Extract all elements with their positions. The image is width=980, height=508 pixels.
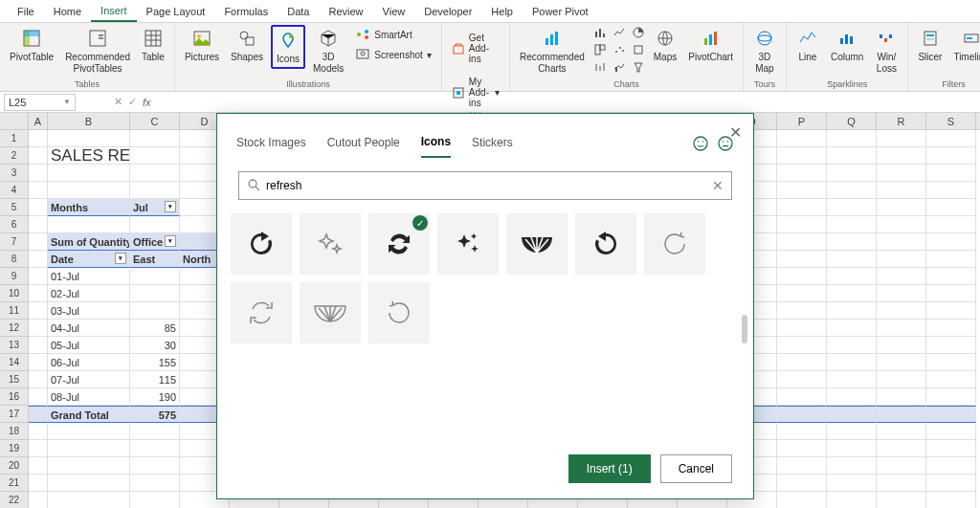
cell[interactable] (926, 268, 976, 285)
cell[interactable] (877, 165, 926, 182)
cell[interactable] (877, 130, 926, 147)
cell[interactable] (130, 165, 180, 182)
cell[interactable] (926, 320, 976, 337)
col-p[interactable]: P (777, 113, 827, 129)
developer-tab[interactable]: Developer (414, 2, 481, 21)
cell[interactable] (827, 492, 877, 508)
cell[interactable] (827, 371, 877, 388)
cell[interactable] (48, 440, 130, 457)
cell[interactable] (877, 320, 926, 337)
cell[interactable] (877, 233, 926, 251)
cell[interactable] (877, 251, 926, 268)
cell[interactable] (777, 337, 827, 354)
row-header[interactable]: 22 (0, 492, 29, 508)
cell[interactable] (827, 216, 877, 233)
tab-stock-images[interactable]: Stock Images (236, 132, 306, 157)
cell[interactable] (926, 130, 976, 147)
row-header[interactable]: 9 (0, 268, 29, 285)
pivottable-button[interactable]: PivotTable (6, 25, 57, 65)
row-header[interactable]: 1 (0, 130, 29, 147)
cell[interactable] (926, 492, 976, 508)
cell[interactable] (877, 199, 926, 216)
cell[interactable] (777, 354, 827, 371)
cell[interactable] (29, 302, 48, 320)
cell[interactable]: 05-Jul (48, 337, 130, 354)
slicer-button[interactable]: Slicer (914, 25, 946, 65)
cell[interactable] (29, 475, 48, 492)
cell[interactable] (926, 233, 976, 251)
cell[interactable] (48, 182, 130, 199)
cell[interactable] (926, 165, 976, 182)
icon-result-sync-thin[interactable] (231, 282, 292, 343)
pie-chart-icon[interactable] (631, 25, 646, 40)
cell[interactable] (29, 251, 48, 268)
cell[interactable] (777, 406, 827, 423)
spark-column-button[interactable]: Column (827, 25, 867, 65)
cell[interactable] (926, 423, 976, 440)
cell[interactable] (877, 147, 926, 165)
maps-button[interactable]: Maps (650, 25, 680, 65)
icon-result-redo-arrow[interactable] (231, 213, 292, 275)
row-header[interactable]: 11 (0, 302, 29, 320)
cell[interactable] (877, 406, 926, 423)
cell[interactable] (827, 302, 877, 320)
cell[interactable] (827, 285, 877, 302)
row-header[interactable]: 12 (0, 320, 29, 337)
smartart-button[interactable]: SmartArt (351, 25, 435, 44)
cell[interactable]: 155 (130, 354, 180, 371)
stock-icon[interactable] (592, 59, 608, 75)
cell[interactable] (777, 285, 827, 302)
cell[interactable] (130, 216, 180, 233)
cell[interactable]: Office▾ (130, 233, 180, 251)
pictures-button[interactable]: Pictures (181, 25, 223, 65)
3d-map-button[interactable]: 3D Map (749, 25, 780, 77)
cell[interactable] (877, 285, 926, 302)
scatter-icon[interactable] (612, 42, 627, 57)
cell[interactable] (130, 147, 180, 165)
icons-button[interactable]: Icons (271, 25, 305, 69)
cell[interactable]: 08-Jul (48, 388, 130, 406)
cell[interactable] (827, 251, 877, 268)
cell[interactable] (48, 457, 130, 475)
cell[interactable] (777, 199, 827, 216)
cell[interactable]: Jul▾ (130, 199, 180, 216)
cell[interactable] (48, 165, 130, 182)
row-header[interactable]: 13 (0, 337, 29, 354)
icon-result-sparkles-outline[interactable] (300, 213, 361, 275)
cell[interactable] (877, 216, 926, 233)
row-header[interactable]: 8 (0, 251, 29, 268)
cell[interactable] (130, 285, 180, 302)
row-header[interactable]: 5 (0, 199, 29, 216)
name-box[interactable]: L25▼ (4, 94, 76, 111)
row-header[interactable]: 7 (0, 233, 29, 251)
3d-models-button[interactable]: 3D Models (309, 25, 347, 77)
cell[interactable] (827, 388, 877, 406)
icon-result-ccw-thin[interactable] (644, 213, 705, 275)
timeline-button[interactable]: Timeline (949, 25, 980, 65)
cell[interactable] (777, 216, 827, 233)
cell[interactable]: 04-Jul (48, 320, 130, 337)
cell[interactable] (777, 147, 827, 165)
tab-icons[interactable]: Icons (421, 131, 451, 158)
cell[interactable] (877, 302, 926, 320)
cell[interactable] (926, 406, 976, 423)
cell[interactable] (827, 182, 877, 199)
cell[interactable]: Months (48, 199, 130, 216)
row-header[interactable]: 20 (0, 457, 29, 475)
cell[interactable] (926, 182, 976, 199)
cell[interactable] (130, 423, 180, 440)
cell[interactable] (827, 268, 877, 285)
cell[interactable] (29, 371, 48, 388)
col-r[interactable]: R (877, 113, 926, 129)
cell[interactable] (29, 268, 48, 285)
scrollbar[interactable] (742, 315, 747, 343)
cell[interactable] (130, 475, 180, 492)
my-addins-button[interactable]: My Add-ins ▾ (448, 75, 503, 110)
cell[interactable] (48, 130, 130, 147)
column-chart-icon[interactable] (592, 25, 608, 40)
row-header[interactable]: 4 (0, 182, 29, 199)
power-pivot-tab[interactable]: Power Pivot (523, 2, 598, 21)
icon-result-fan-solid[interactable] (506, 213, 568, 275)
cell[interactable] (29, 492, 48, 508)
clear-search-icon[interactable]: ✕ (712, 178, 724, 193)
